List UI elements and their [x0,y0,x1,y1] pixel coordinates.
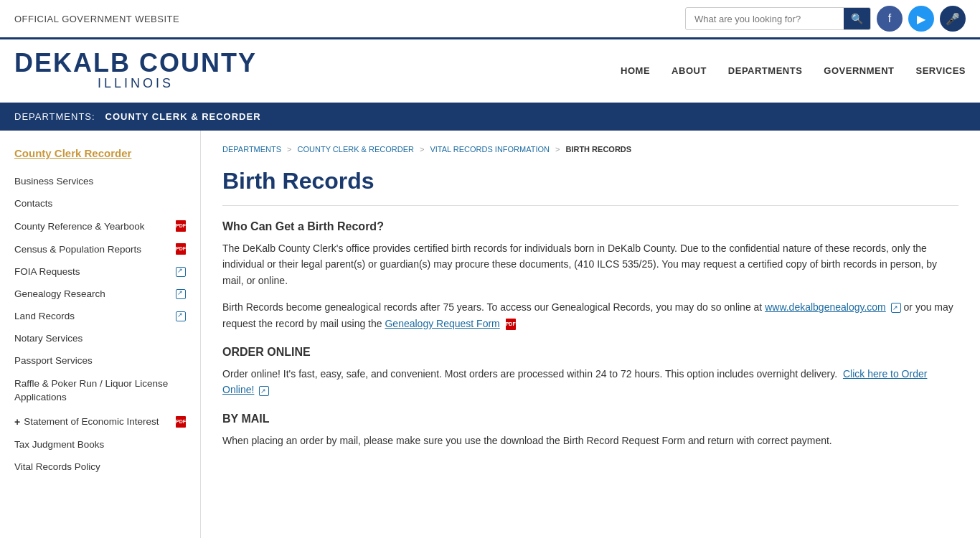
external-link-icon [176,267,186,277]
content-wrapper: County Clerk Recorder Business Services … [0,131,980,538]
top-bar: OFFICIAL GOVERNMENT WEBSITE 🔍 f ▶ 🎤 [0,0,980,39]
dept-bar-label: DEPARTMENTS: [14,111,95,122]
sidebar-item-genealogy[interactable]: Genealogy Research [0,283,200,305]
search-box[interactable]: 🔍 [685,7,871,30]
sidebar-item-business-services[interactable]: Business Services [0,170,200,192]
external-link-icon [176,289,186,299]
sidebar-item-passport[interactable]: Passport Services [0,349,200,372]
breadcrumb-clerk[interactable]: COUNTY CLERK & RECORDER [298,145,414,154]
breadcrumb-current: BIRTH RECORDS [565,145,631,154]
sidebar: County Clerk Recorder Business Services … [0,131,201,538]
main-content: DEPARTMENTS > COUNTY CLERK & RECORDER > … [201,131,980,538]
sidebar-item-vital-records-policy[interactable]: Vital Records Policy [0,456,200,478]
top-bar-actions: 🔍 f ▶ 🎤 [685,6,966,32]
logo[interactable]: DEKALB COUNTY ILLINOIS [14,50,257,91]
microphone-button[interactable]: 🎤 [940,6,966,32]
sidebar-title[interactable]: County Clerk Recorder [0,141,200,170]
section2-para: Order online! It's fast, easy, safe, and… [222,366,958,398]
breadcrumb: DEPARTMENTS > COUNTY CLERK & RECORDER > … [222,145,958,154]
external-link-icon [176,311,186,321]
pdf-icon: PDF [176,243,186,255]
sidebar-item-county-reference[interactable]: County Reference & Yearbook PDF [0,215,200,237]
pdf-icon: PDF [176,416,186,428]
breadcrumb-departments[interactable]: DEPARTMENTS [222,145,281,154]
header: DEKALB COUNTY ILLINOIS HOME ABOUT DEPART… [0,39,980,103]
section2-heading: ORDER ONLINE [222,346,958,359]
genealogy-form-link[interactable]: Genealogy Request Form [385,318,499,329]
section1-heading: Who Can Get a Birth Record? [222,220,958,233]
sidebar-item-tax-judgment[interactable]: Tax Judgment Books [0,433,200,456]
section1-para1: The DeKalb County Clerk's office provide… [222,240,958,288]
pdf-icon: PDF [176,220,186,232]
official-text: OFFICIAL GOVERNMENT WEBSITE [14,14,179,24]
sidebar-item-economic-interest[interactable]: + Statement of Economic Interest PDF [0,410,200,433]
sidebar-item-land-records[interactable]: Land Records [0,305,200,327]
breadcrumb-vital[interactable]: VITAL RECORDS INFORMATION [430,145,550,154]
sidebar-item-contacts[interactable]: Contacts [0,192,200,215]
search-button[interactable]: 🔍 [844,8,870,29]
pdf-icon: PDF [506,319,516,330]
sidebar-item-foia[interactable]: FOIA Requests [0,260,200,283]
section3-para: When placing an order by mail, please ma… [222,433,958,448]
logo-main: DEKALB COUNTY [14,50,257,76]
department-bar: DEPARTMENTS: COUNTY CLERK & RECORDER [0,103,980,131]
sidebar-item-notary[interactable]: Notary Services [0,327,200,349]
sidebar-item-census[interactable]: Census & Population Reports PDF [0,237,200,260]
nav-services[interactable]: SERVICES [915,65,966,76]
nav-government[interactable]: GOVERNMENT [824,65,894,76]
search-input[interactable] [686,9,844,29]
external-link-icon [891,303,901,313]
youtube-button[interactable]: ▶ [908,6,934,32]
facebook-button[interactable]: f [877,6,903,32]
expand-icon: + [14,416,20,428]
section3-heading: BY MAIL [222,413,958,425]
nav-about[interactable]: ABOUT [672,65,707,76]
logo-sub: ILLINOIS [14,76,257,91]
genealogy-website-link[interactable]: www.dekalbgenealogy.com [765,301,886,313]
page-title: Birth Records [222,168,958,206]
section1-para2: Birth Records become genealogical record… [222,299,958,331]
nav-home[interactable]: HOME [621,65,650,76]
nav-departments[interactable]: DEPARTMENTS [728,65,802,76]
dept-bar-name: COUNTY CLERK & RECORDER [105,111,261,122]
main-nav: HOME ABOUT DEPARTMENTS GOVERNMENT SERVIC… [621,65,966,76]
sidebar-item-raffle[interactable]: Raffle & Poker Run / Liquor License Appl… [0,372,200,410]
external-link-icon [259,386,269,396]
